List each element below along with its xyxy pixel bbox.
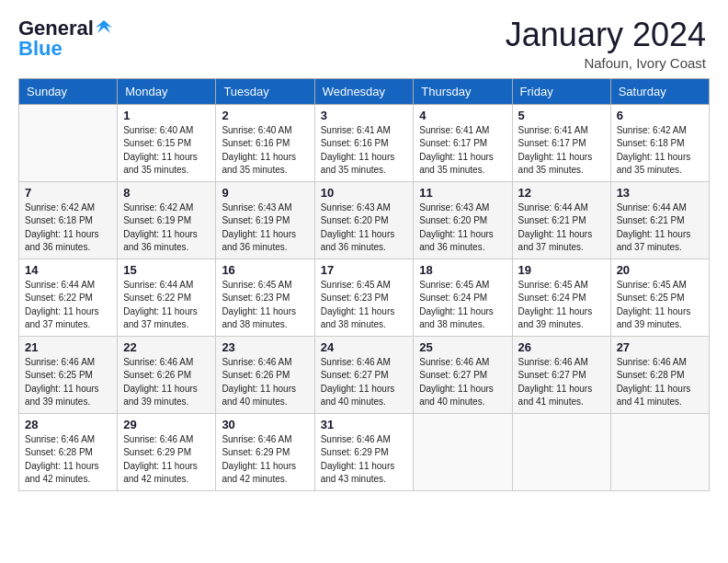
logo-blue: Blue [18, 37, 63, 61]
day-info: Sunrise: 6:44 AM Sunset: 6:21 PM Dayligh… [617, 201, 703, 255]
calendar-table: SundayMondayTuesdayWednesdayThursdayFrid… [18, 78, 710, 491]
day-number: 5 [518, 109, 605, 122]
logo-bird-icon [96, 18, 112, 35]
calendar-cell [414, 413, 512, 490]
calendar-cell: 22Sunrise: 6:46 AM Sunset: 6:26 PM Dayli… [118, 336, 216, 413]
calendar-cell: 3Sunrise: 6:41 AM Sunset: 6:16 PM Daylig… [314, 104, 414, 181]
day-info: Sunrise: 6:46 AM Sunset: 6:27 PM Dayligh… [419, 356, 506, 409]
day-info: Sunrise: 6:46 AM Sunset: 6:29 PM Dayligh… [321, 433, 408, 487]
day-number: 1 [123, 109, 210, 122]
calendar-cell: 26Sunrise: 6:46 AM Sunset: 6:27 PM Dayli… [512, 336, 610, 413]
calendar-cell [512, 413, 610, 490]
logo: General Blue [18, 17, 112, 61]
day-info: Sunrise: 6:46 AM Sunset: 6:25 PM Dayligh… [25, 356, 111, 409]
header: General Blue January 2024 Nafoun, Ivory … [0, 0, 728, 78]
day-number: 10 [321, 186, 408, 200]
day-info: Sunrise: 6:46 AM Sunset: 6:27 PM Dayligh… [321, 356, 408, 409]
day-info: Sunrise: 6:43 AM Sunset: 6:20 PM Dayligh… [321, 201, 408, 255]
day-number: 17 [321, 263, 408, 277]
calendar-cell: 31Sunrise: 6:46 AM Sunset: 6:29 PM Dayli… [314, 413, 414, 490]
day-info: Sunrise: 6:45 AM Sunset: 6:23 PM Dayligh… [222, 279, 308, 332]
calendar-cell: 27Sunrise: 6:46 AM Sunset: 6:28 PM Dayli… [610, 336, 709, 413]
day-number: 20 [617, 263, 703, 277]
day-number: 15 [123, 263, 210, 277]
title-area: January 2024 Nafoun, Ivory Coast [506, 17, 706, 71]
calendar-cell: 1Sunrise: 6:40 AM Sunset: 6:15 PM Daylig… [118, 104, 216, 181]
weekday-header-tuesday: Tuesday [216, 78, 314, 104]
calendar-cell: 15Sunrise: 6:44 AM Sunset: 6:22 PM Dayli… [118, 259, 216, 336]
day-info: Sunrise: 6:44 AM Sunset: 6:21 PM Dayligh… [518, 201, 605, 255]
calendar-cell: 6Sunrise: 6:42 AM Sunset: 6:18 PM Daylig… [610, 104, 709, 181]
calendar-cell: 28Sunrise: 6:46 AM Sunset: 6:28 PM Dayli… [19, 413, 118, 490]
month-title: January 2024 [506, 17, 706, 53]
day-number: 13 [617, 186, 703, 200]
day-info: Sunrise: 6:43 AM Sunset: 6:19 PM Dayligh… [222, 201, 308, 255]
day-number: 3 [321, 109, 408, 122]
day-info: Sunrise: 6:46 AM Sunset: 6:29 PM Dayligh… [222, 433, 308, 487]
day-info: Sunrise: 6:46 AM Sunset: 6:29 PM Dayligh… [123, 433, 210, 487]
day-info: Sunrise: 6:41 AM Sunset: 6:17 PM Dayligh… [518, 124, 605, 178]
location: Nafoun, Ivory Coast [506, 55, 706, 71]
calendar-cell: 18Sunrise: 6:45 AM Sunset: 6:24 PM Dayli… [414, 259, 512, 336]
calendar-cell: 25Sunrise: 6:46 AM Sunset: 6:27 PM Dayli… [414, 336, 512, 413]
day-number: 16 [222, 263, 308, 277]
calendar-cell: 20Sunrise: 6:45 AM Sunset: 6:25 PM Dayli… [610, 259, 709, 336]
weekday-header-wednesday: Wednesday [314, 78, 414, 104]
weekday-header-saturday: Saturday [610, 78, 709, 104]
day-number: 6 [617, 109, 703, 122]
day-number: 14 [25, 263, 111, 277]
day-info: Sunrise: 6:45 AM Sunset: 6:25 PM Dayligh… [617, 279, 703, 332]
calendar-cell: 29Sunrise: 6:46 AM Sunset: 6:29 PM Dayli… [118, 413, 216, 490]
weekday-header-thursday: Thursday [414, 78, 512, 104]
day-number: 4 [419, 109, 506, 122]
calendar-cell: 16Sunrise: 6:45 AM Sunset: 6:23 PM Dayli… [216, 259, 314, 336]
day-number: 2 [222, 109, 308, 122]
day-info: Sunrise: 6:42 AM Sunset: 6:18 PM Dayligh… [617, 124, 703, 178]
day-number: 21 [25, 340, 111, 354]
calendar-cell [19, 104, 118, 181]
day-info: Sunrise: 6:43 AM Sunset: 6:20 PM Dayligh… [419, 201, 506, 255]
day-number: 29 [123, 418, 210, 431]
weekday-header-friday: Friday [512, 78, 610, 104]
day-number: 31 [321, 418, 408, 431]
day-number: 22 [123, 340, 210, 354]
calendar-cell [610, 413, 709, 490]
calendar-cell: 11Sunrise: 6:43 AM Sunset: 6:20 PM Dayli… [414, 181, 512, 259]
day-number: 24 [321, 340, 408, 354]
day-info: Sunrise: 6:44 AM Sunset: 6:22 PM Dayligh… [123, 279, 210, 332]
calendar-cell: 14Sunrise: 6:44 AM Sunset: 6:22 PM Dayli… [19, 259, 118, 336]
weekday-header-sunday: Sunday [19, 78, 118, 104]
calendar-cell: 17Sunrise: 6:45 AM Sunset: 6:23 PM Dayli… [314, 259, 414, 336]
weekday-header-monday: Monday [118, 78, 216, 104]
day-info: Sunrise: 6:45 AM Sunset: 6:23 PM Dayligh… [321, 279, 408, 332]
day-info: Sunrise: 6:46 AM Sunset: 6:26 PM Dayligh… [222, 356, 308, 409]
calendar-cell: 30Sunrise: 6:46 AM Sunset: 6:29 PM Dayli… [216, 413, 314, 490]
calendar-cell: 12Sunrise: 6:44 AM Sunset: 6:21 PM Dayli… [512, 181, 610, 259]
calendar-cell: 7Sunrise: 6:42 AM Sunset: 6:18 PM Daylig… [19, 181, 118, 259]
day-number: 18 [419, 263, 506, 277]
calendar-cell: 21Sunrise: 6:46 AM Sunset: 6:25 PM Dayli… [19, 336, 118, 413]
day-info: Sunrise: 6:42 AM Sunset: 6:19 PM Dayligh… [123, 201, 210, 255]
day-info: Sunrise: 6:40 AM Sunset: 6:16 PM Dayligh… [222, 124, 308, 178]
calendar-cell: 8Sunrise: 6:42 AM Sunset: 6:19 PM Daylig… [118, 181, 216, 259]
day-number: 8 [123, 186, 210, 200]
day-info: Sunrise: 6:46 AM Sunset: 6:27 PM Dayligh… [518, 356, 605, 409]
day-number: 30 [222, 418, 308, 431]
day-info: Sunrise: 6:44 AM Sunset: 6:22 PM Dayligh… [25, 279, 111, 332]
page: { "logo": { "line1": "General", "line2":… [0, 0, 728, 563]
day-number: 26 [518, 340, 605, 354]
day-info: Sunrise: 6:40 AM Sunset: 6:15 PM Dayligh… [123, 124, 210, 178]
calendar-cell: 10Sunrise: 6:43 AM Sunset: 6:20 PM Dayli… [314, 181, 414, 259]
day-number: 23 [222, 340, 308, 354]
svg-marker-0 [96, 20, 112, 33]
calendar-cell: 24Sunrise: 6:46 AM Sunset: 6:27 PM Dayli… [314, 336, 414, 413]
day-number: 28 [25, 418, 111, 431]
calendar-cell: 4Sunrise: 6:41 AM Sunset: 6:17 PM Daylig… [414, 104, 512, 181]
day-number: 27 [617, 340, 703, 354]
day-info: Sunrise: 6:46 AM Sunset: 6:28 PM Dayligh… [617, 356, 703, 409]
calendar-cell: 23Sunrise: 6:46 AM Sunset: 6:26 PM Dayli… [216, 336, 314, 413]
calendar-cell: 19Sunrise: 6:45 AM Sunset: 6:24 PM Dayli… [512, 259, 610, 336]
day-info: Sunrise: 6:42 AM Sunset: 6:18 PM Dayligh… [25, 201, 111, 255]
calendar-cell: 5Sunrise: 6:41 AM Sunset: 6:17 PM Daylig… [512, 104, 610, 181]
calendar-cell: 2Sunrise: 6:40 AM Sunset: 6:16 PM Daylig… [216, 104, 314, 181]
